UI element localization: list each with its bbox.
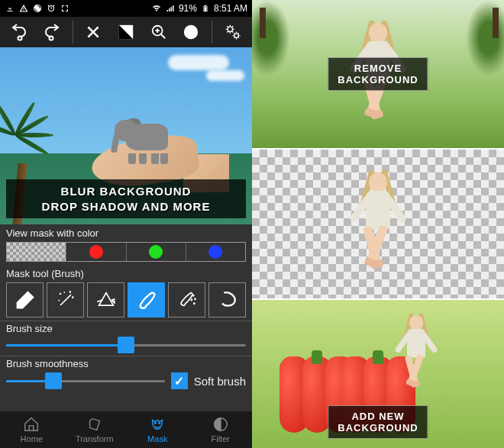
svg-point-1 bbox=[49, 37, 53, 40]
soft-brush-label: Soft brush bbox=[194, 375, 246, 388]
mask-tool-section: Mask tool (Brush) bbox=[0, 265, 252, 282]
brush-smoothness-label: Brush smoothness bbox=[6, 358, 246, 369]
brush-smoothness-section: Brush smoothness ✓ Soft brush bbox=[0, 356, 252, 392]
settings-button[interactable] bbox=[221, 20, 245, 44]
mask-icon bbox=[149, 416, 166, 433]
bottom-nav: Home Transform Mask Filter bbox=[0, 411, 252, 448]
warning-icon bbox=[18, 3, 29, 14]
mask-color-green[interactable] bbox=[127, 243, 186, 261]
editor-pane: 91% 8:51 AM bbox=[0, 0, 252, 448]
status-bar: 91% 8:51 AM bbox=[0, 0, 252, 17]
redo-button[interactable] bbox=[40, 20, 64, 44]
panel-transparent bbox=[252, 150, 504, 299]
svg-point-7 bbox=[192, 295, 193, 296]
svg-point-10 bbox=[193, 303, 194, 304]
tool-brush-sparkle[interactable] bbox=[168, 282, 205, 317]
nav-label: Filter bbox=[212, 434, 230, 443]
alarm-icon bbox=[46, 3, 57, 14]
remove-bg-label: REMOVE BACKGROUND bbox=[328, 57, 428, 91]
cloud-decoration bbox=[206, 70, 244, 81]
svg-point-8 bbox=[194, 298, 195, 299]
mask-color-red[interactable] bbox=[66, 243, 126, 261]
close-button[interactable] bbox=[81, 20, 105, 44]
mask-color-row bbox=[6, 242, 246, 262]
girl-figure bbox=[393, 315, 439, 395]
undo-button[interactable] bbox=[7, 20, 31, 44]
girl-figure bbox=[347, 172, 409, 279]
promo-line-1: BLUR BACKGROUND bbox=[9, 184, 243, 199]
mask-color-transparent[interactable] bbox=[7, 243, 66, 261]
cloud-decoration bbox=[168, 55, 229, 70]
brush-size-label: Brush size bbox=[6, 323, 246, 334]
tool-prism[interactable] bbox=[87, 282, 124, 317]
svg-point-12 bbox=[159, 422, 160, 424]
toolbar-divider bbox=[212, 21, 212, 44]
svg-point-6 bbox=[234, 34, 238, 38]
screenshot-icon bbox=[60, 3, 70, 14]
svg-point-9 bbox=[191, 299, 192, 300]
promo-banner: BLUR BACKGROUND DROP SHADOW AND MORE bbox=[6, 179, 246, 218]
svg-point-5 bbox=[228, 27, 232, 31]
mask-color-label: View mask with color bbox=[6, 227, 246, 239]
nav-label: Mask bbox=[147, 434, 167, 443]
soft-brush-checkbox[interactable]: ✓ bbox=[171, 372, 188, 389]
circle-button[interactable] bbox=[179, 20, 203, 44]
signal-icon bbox=[165, 3, 176, 14]
nav-label: Transform bbox=[76, 434, 114, 443]
invert-button[interactable] bbox=[114, 20, 138, 44]
promo-line-2: DROP SHADOW AND MORE bbox=[9, 199, 243, 214]
panel-add-background: ADD NEW BACKGROUND bbox=[252, 300, 504, 448]
panel-remove-background: REMOVE BACKGROUND bbox=[252, 0, 504, 150]
editor-toolbar bbox=[0, 17, 252, 47]
mask-tool-row bbox=[0, 282, 252, 321]
battery-icon bbox=[200, 3, 211, 14]
elephant-image bbox=[115, 112, 176, 158]
battery-percent: 91% bbox=[179, 3, 197, 14]
tool-brush[interactable] bbox=[128, 282, 165, 317]
showcase-pane: REMOVE BACKGROUND bbox=[252, 0, 504, 448]
home-icon bbox=[23, 416, 40, 433]
add-bg-label: ADD NEW BACKGROUND bbox=[328, 405, 428, 439]
nav-filter[interactable]: Filter bbox=[189, 411, 253, 448]
svg-point-11 bbox=[155, 422, 157, 424]
nav-transform[interactable]: Transform bbox=[63, 411, 127, 448]
mask-tool-label: Mask tool (Brush) bbox=[6, 268, 246, 279]
mask-color-section: View mask with color bbox=[0, 224, 252, 265]
svg-point-0 bbox=[18, 37, 22, 40]
wifi-icon bbox=[151, 3, 162, 14]
brush-size-section: Brush size bbox=[0, 321, 252, 356]
toolbar-divider bbox=[73, 21, 73, 44]
sync-icon bbox=[32, 3, 43, 14]
download-icon bbox=[5, 3, 15, 14]
tool-lasso[interactable] bbox=[208, 282, 246, 317]
svg-point-4 bbox=[184, 25, 198, 39]
tool-magic-wand[interactable] bbox=[47, 282, 84, 317]
brush-smoothness-slider[interactable] bbox=[6, 373, 165, 388]
tool-eraser[interactable] bbox=[6, 282, 44, 317]
canvas-preview[interactable]: BLUR BACKGROUND DROP SHADOW AND MORE bbox=[0, 47, 252, 224]
mask-color-blue[interactable] bbox=[186, 243, 245, 261]
filter-icon bbox=[212, 416, 229, 433]
brush-size-slider[interactable] bbox=[6, 337, 246, 353]
nav-home[interactable]: Home bbox=[0, 411, 63, 448]
zoom-button[interactable] bbox=[147, 20, 171, 44]
nav-label: Home bbox=[21, 434, 43, 443]
transform-icon bbox=[86, 416, 103, 433]
nav-mask[interactable]: Mask bbox=[126, 411, 189, 448]
clock-text: 8:51 AM bbox=[214, 3, 247, 14]
